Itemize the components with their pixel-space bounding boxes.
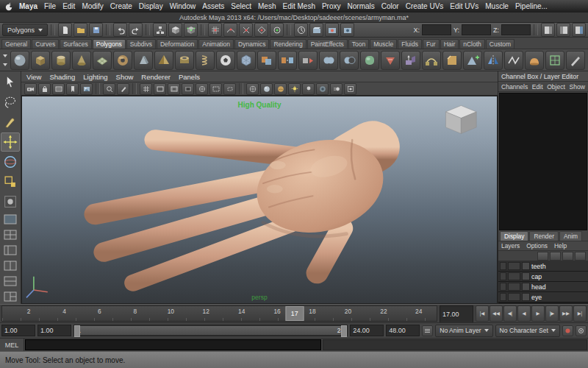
undo-icon[interactable] bbox=[113, 23, 127, 37]
separate-icon[interactable] bbox=[278, 51, 297, 70]
layer-display-type-toggle[interactable] bbox=[522, 283, 530, 291]
current-time-input[interactable] bbox=[440, 305, 473, 323]
menu-edit-uvs[interactable]: Edit UVs bbox=[450, 2, 478, 10]
shelf-tab-animation[interactable]: Animation bbox=[198, 39, 234, 49]
shelf-tab-muscle[interactable]: Muscle bbox=[370, 39, 397, 49]
select-camera-icon[interactable] bbox=[24, 83, 37, 95]
help-menu[interactable]: Help bbox=[554, 242, 567, 250]
redo-icon[interactable] bbox=[129, 23, 143, 37]
time-slider[interactable]: 2 4 6 8 10 12 14 16 18 20 22 24 17 bbox=[1, 305, 437, 322]
camera-attributes-icon[interactable] bbox=[52, 83, 65, 95]
tool-settings-toggle-icon[interactable] bbox=[556, 23, 570, 37]
layer-visibility-toggle[interactable] bbox=[508, 283, 520, 291]
shelf-tab-fur[interactable]: Fur bbox=[423, 39, 440, 49]
step-forward-key-button[interactable]: ▶▶ bbox=[559, 305, 573, 322]
range-start-handle[interactable] bbox=[74, 325, 80, 337]
lasso-select-tool[interactable] bbox=[1, 93, 20, 112]
field-chart-icon[interactable] bbox=[196, 83, 208, 95]
poly-platonic-icon[interactable] bbox=[237, 51, 256, 70]
step-back-frame-button[interactable]: ◀| bbox=[503, 305, 517, 322]
channel-list-area[interactable] bbox=[499, 93, 587, 230]
range-slider[interactable]: 1 24 bbox=[74, 325, 348, 336]
layer-visibility-toggle[interactable] bbox=[508, 272, 520, 280]
menu-select[interactable]: Select bbox=[231, 2, 251, 10]
use-all-lights-icon[interactable] bbox=[288, 83, 301, 95]
panel-menu-shading[interactable]: Shading bbox=[49, 73, 75, 81]
menu-maya[interactable]: Maya bbox=[19, 2, 37, 10]
mirror-geometry-icon[interactable] bbox=[484, 51, 503, 70]
construction-history-icon[interactable] bbox=[294, 23, 308, 37]
extract-icon[interactable] bbox=[298, 51, 318, 70]
smooth-icon[interactable] bbox=[360, 51, 379, 70]
layer-row[interactable]: eye bbox=[498, 292, 588, 302]
panel-menu-renderer[interactable]: Renderer bbox=[141, 73, 171, 81]
menu-mesh[interactable]: Mesh bbox=[258, 2, 276, 10]
menu-create-uvs[interactable]: Create UVs bbox=[406, 2, 444, 10]
menu-edit[interactable]: Edit bbox=[62, 2, 75, 10]
isolate-select-icon[interactable] bbox=[344, 83, 356, 95]
shelf-tab-curves[interactable]: Curves bbox=[32, 39, 59, 49]
menu-color[interactable]: Color bbox=[381, 2, 399, 10]
sculpt-tool-icon[interactable] bbox=[525, 51, 544, 70]
select-tool[interactable] bbox=[1, 73, 20, 92]
grease-pencil-icon[interactable] bbox=[117, 83, 129, 95]
gate-mask-icon[interactable] bbox=[182, 83, 194, 95]
play-forwards-button[interactable]: ▶ bbox=[531, 305, 545, 322]
menu-muscle[interactable]: Muscle bbox=[485, 2, 509, 10]
rotate-tool[interactable] bbox=[1, 152, 20, 171]
shelf-tab-deformation[interactable]: Deformation bbox=[157, 39, 198, 49]
status-divider[interactable] bbox=[534, 24, 538, 35]
tab-anim[interactable]: Anim bbox=[559, 231, 582, 241]
shelf-tab-custom[interactable]: Custom bbox=[486, 39, 514, 49]
snap-point-icon[interactable] bbox=[239, 23, 253, 37]
command-line-input[interactable] bbox=[25, 339, 321, 350]
menu-window[interactable]: Window bbox=[170, 2, 196, 10]
layout-persp-outliner-icon[interactable] bbox=[1, 243, 19, 258]
safe-title-icon[interactable] bbox=[223, 83, 236, 95]
shelf-tab-subdivs[interactable]: Subdivs bbox=[126, 39, 156, 49]
go-to-start-button[interactable]: |◀ bbox=[476, 305, 489, 322]
multi-cut-icon[interactable] bbox=[566, 51, 585, 70]
image-plane-icon[interactable] bbox=[80, 83, 93, 95]
shaded-icon[interactable] bbox=[260, 83, 273, 95]
open-scene-icon[interactable] bbox=[74, 23, 87, 37]
move-layer-up-icon[interactable] bbox=[537, 252, 548, 261]
screen-space-ao-icon[interactable] bbox=[316, 83, 329, 95]
menu-set-dropdown[interactable]: Polygons bbox=[2, 24, 48, 36]
layer-row[interactable]: head bbox=[498, 282, 588, 292]
layers-menu[interactable]: Layers bbox=[501, 242, 520, 250]
grid-icon[interactable] bbox=[140, 83, 152, 95]
shelf-tab-polygons[interactable]: Polygons bbox=[93, 39, 126, 49]
menu-edit-mesh[interactable]: Edit Mesh bbox=[282, 2, 315, 10]
status-divider[interactable] bbox=[201, 24, 205, 35]
shadows-icon[interactable] bbox=[302, 83, 315, 95]
shelf-tab-surfaces[interactable]: Surfaces bbox=[60, 39, 92, 49]
textured-icon[interactable] bbox=[274, 83, 287, 95]
animation-start-input[interactable] bbox=[1, 325, 35, 336]
layer-visibility-toggle[interactable] bbox=[508, 262, 520, 270]
poly-cone-icon[interactable] bbox=[72, 51, 91, 70]
create-empty-layer-icon[interactable] bbox=[562, 252, 573, 261]
menu-modify[interactable]: Modify bbox=[82, 2, 103, 10]
status-divider[interactable] bbox=[287, 24, 291, 35]
quad-draw-icon[interactable] bbox=[545, 51, 564, 70]
playback-start-input[interactable] bbox=[37, 325, 71, 336]
step-back-key-button[interactable]: ◀◀ bbox=[490, 305, 503, 322]
select-object-icon[interactable] bbox=[168, 23, 182, 37]
view-cube[interactable] bbox=[445, 105, 476, 133]
edit-menu[interactable]: Edit bbox=[532, 83, 543, 91]
save-scene-icon[interactable] bbox=[89, 23, 103, 37]
new-scene-icon[interactable] bbox=[58, 23, 72, 37]
resolution-gate-icon[interactable] bbox=[168, 83, 180, 95]
shelf-tab-fluids[interactable]: Fluids bbox=[398, 39, 422, 49]
combine-icon[interactable] bbox=[257, 51, 276, 70]
status-divider[interactable] bbox=[146, 24, 150, 35]
menu-normals[interactable]: Normals bbox=[348, 2, 375, 10]
layout-two-side-icon[interactable] bbox=[1, 258, 19, 273]
render-settings-icon[interactable] bbox=[340, 23, 354, 37]
layout-two-stacked-icon[interactable] bbox=[1, 274, 19, 289]
snap-grid-icon[interactable] bbox=[208, 23, 222, 37]
anim-layer-dropdown[interactable]: No Anim Layer bbox=[435, 325, 492, 337]
snap-curve-icon[interactable] bbox=[223, 23, 237, 37]
render-current-frame-icon[interactable] bbox=[309, 23, 323, 37]
